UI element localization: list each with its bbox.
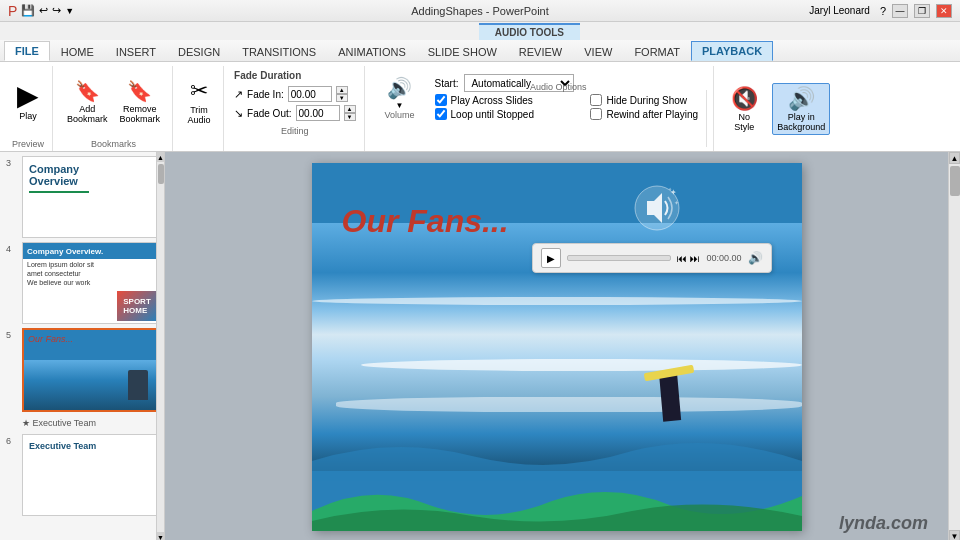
canvas-slide-title: Our Fans...	[342, 203, 509, 240]
window-title: AddingShapes - PowerPoint	[411, 5, 549, 17]
slide-5-number: 5	[6, 330, 11, 340]
fade-in-down[interactable]: ▼	[336, 94, 348, 102]
slide-panel: 3 CompanyOverview 4 Company Overview. Lo…	[0, 152, 165, 540]
scroll-thumb[interactable]	[950, 166, 960, 196]
slide-6-title: Executive Team	[29, 441, 153, 451]
blue-wave	[312, 431, 802, 481]
slide-4-container: 4 Company Overview. Lorem ipsum dolor si…	[22, 242, 160, 324]
audio-tools-bar: AUDIO TOOLS	[0, 22, 960, 40]
remove-bookmark-button[interactable]: 🔖 RemoveBookmark	[116, 77, 165, 126]
tab-playback[interactable]: PLAYBACK	[691, 41, 773, 61]
player-rewind-button[interactable]: ⏮	[677, 253, 687, 264]
fade-in-spinner[interactable]: ▲ ▼	[336, 86, 348, 102]
canvas-area: Our Fans... ✦ ✦ ✦ ▶ ⏮	[165, 152, 948, 540]
audio-icon[interactable]: ✦ ✦ ✦	[632, 183, 682, 241]
fade-out-label: Fade Out:	[247, 108, 291, 119]
tab-slideshow[interactable]: SLIDE SHOW	[417, 41, 508, 61]
slide-5-container: 5 Our Fans...	[22, 328, 160, 412]
fade-out-spinner[interactable]: ▲ ▼	[344, 105, 356, 121]
remove-bookmark-icon: 🔖	[127, 79, 152, 103]
loop-until-stopped-label: Loop until Stopped	[451, 109, 534, 120]
rewind-after-row: Rewind after Playing	[590, 108, 698, 120]
fade-out-up[interactable]: ▲	[344, 105, 356, 113]
audio-tools-label: AUDIO TOOLS	[479, 23, 580, 40]
player-play-button[interactable]: ▶	[541, 248, 561, 268]
trim-audio-button[interactable]: ✂ TrimAudio	[183, 76, 215, 127]
svg-text:✦: ✦	[668, 186, 672, 192]
fade-out-down[interactable]: ▼	[344, 113, 356, 121]
add-bookmark-icon: 🔖	[75, 79, 100, 103]
scroll-up-button[interactable]: ▲	[949, 152, 960, 164]
volume-dropdown[interactable]: ▼	[396, 101, 404, 110]
slide-5-text: Our Fans...	[24, 330, 158, 348]
loop-until-stopped-row: Loop until Stopped	[435, 108, 575, 120]
tab-animations[interactable]: ANIMATIONS	[327, 41, 417, 61]
close-button[interactable]: ✕	[936, 4, 952, 18]
tab-transitions[interactable]: TRANSITIONS	[231, 41, 327, 61]
play-across-slides-checkbox[interactable]	[435, 94, 447, 106]
play-bg-icon: 🔊	[788, 86, 815, 112]
volume-button[interactable]: 🔊 ▼ Volume	[381, 74, 419, 122]
slide-5-content: Our Fans...	[24, 330, 158, 410]
restore-button[interactable]: ❐	[914, 4, 930, 18]
loop-until-stopped-checkbox[interactable]	[435, 108, 447, 120]
player-progress-bar[interactable]	[567, 255, 672, 261]
slide-4-thumbnail[interactable]: Company Overview. Lorem ipsum dolor sit …	[22, 242, 160, 324]
redo-icon[interactable]: ↪	[52, 4, 61, 17]
hide-section: Hide During Show Rewind after Playing	[582, 90, 707, 147]
slide-5-surfer	[128, 370, 148, 400]
volume-icon: 🔊	[387, 76, 412, 100]
slide-4-number: 4	[6, 244, 11, 254]
save-icon[interactable]: 💾	[21, 4, 35, 17]
scroll-down-button[interactable]: ▼	[949, 530, 960, 540]
help-icon[interactable]: ?	[880, 5, 886, 17]
rewind-after-label: Rewind after Playing	[606, 109, 698, 120]
minimize-button[interactable]: —	[892, 4, 908, 18]
tab-insert[interactable]: INSERT	[105, 41, 167, 61]
slide-6-content: Executive Team	[23, 435, 159, 515]
tab-view[interactable]: VIEW	[573, 41, 623, 61]
slide-4-header-text: Company Overview.	[27, 247, 103, 256]
tab-home[interactable]: HOME	[50, 41, 105, 61]
tab-format[interactable]: FORMAT	[623, 41, 691, 61]
tab-file[interactable]: FILE	[4, 41, 50, 61]
slide-3-thumbnail[interactable]: CompanyOverview	[22, 156, 160, 238]
hide-during-show-checkbox[interactable]	[590, 94, 602, 106]
fade-out-row: ↘ Fade Out: ▲ ▼	[234, 105, 355, 121]
no-style-icon: 🔇	[731, 86, 758, 112]
hide-during-show-label: Hide During Show	[606, 95, 687, 106]
slide-6-thumbnail[interactable]: Executive Team	[22, 434, 160, 516]
slide-4-body: Lorem ipsum dolor sit amet consectetur W…	[23, 259, 159, 288]
lynda-watermark: lynda.com	[839, 513, 928, 534]
slide-3-number: 3	[6, 158, 11, 168]
no-style-button[interactable]: 🔇 NoStyle	[724, 83, 764, 135]
player-volume-button[interactable]: 🔊	[748, 251, 763, 265]
slide-5-thumbnail[interactable]: Our Fans...	[22, 328, 160, 412]
play-button[interactable]: ▶ Play	[12, 80, 44, 123]
tab-review[interactable]: REVIEW	[508, 41, 573, 61]
ribbon: ▶ Play Preview 🔖 AddBookmark 🔖 RemoveBoo…	[0, 62, 960, 152]
ribbon-group-audio-styles: 🔇 NoStyle 🔊 Play inBackground Audio Styl…	[716, 66, 838, 151]
add-bookmark-button[interactable]: 🔖 AddBookmark	[63, 77, 112, 126]
executive-team-group-label: ★ Executive Team	[22, 416, 160, 430]
undo-icon[interactable]: ↩	[39, 4, 48, 17]
slide-scroll-up[interactable]: ▲	[157, 152, 164, 162]
ribbon-group-editing: Fade Duration ↗ Fade In: ▲ ▼ ↘ Fade Out:…	[226, 66, 364, 151]
rewind-after-checkbox[interactable]	[590, 108, 602, 120]
player-forward-button[interactable]: ⏭	[690, 253, 700, 264]
slide-6-number: 6	[6, 436, 11, 446]
slide-canvas[interactable]: Our Fans... ✦ ✦ ✦ ▶ ⏮	[312, 163, 802, 531]
ribbon-group-audio-options: 🔊 ▼ Volume Start: Automatically On Click…	[367, 66, 715, 151]
fade-in-label: Fade In:	[247, 89, 284, 100]
slide-scroll-down[interactable]: ▼	[157, 532, 164, 540]
play-in-background-button[interactable]: 🔊 Play inBackground	[772, 83, 830, 135]
slide-3-title: CompanyOverview	[29, 163, 153, 187]
fade-in-up[interactable]: ▲	[336, 86, 348, 94]
fade-out-input[interactable]	[296, 105, 340, 121]
fade-in-input[interactable]	[288, 86, 332, 102]
tab-design[interactable]: DESIGN	[167, 41, 231, 61]
play-in-bg-area: 🔊 Play inBackground	[772, 83, 830, 135]
window-controls: Jaryl Leonard ? — ❐ ✕	[809, 4, 952, 18]
slide-6-container: 6 Executive Team	[22, 434, 160, 516]
customize-icon[interactable]: ▼	[65, 6, 74, 16]
